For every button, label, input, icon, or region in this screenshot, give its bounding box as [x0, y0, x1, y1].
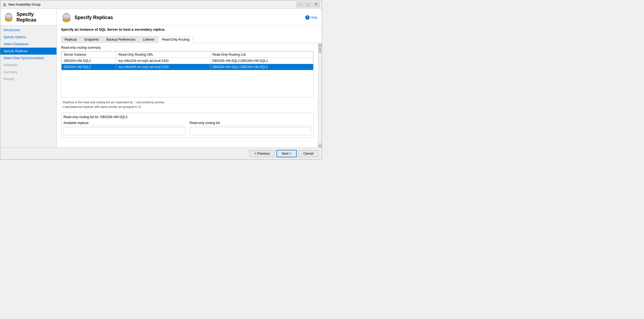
window-title: New Availability Group	[8, 3, 296, 6]
col-routing-list: Read-Only Routing List	[210, 52, 313, 58]
bottom-bar: < Previous Next > Cancel	[0, 147, 322, 159]
tab-listener[interactable]: Listener	[139, 36, 158, 43]
cell-server-instance-1: DBS204-VM-SQL1	[62, 58, 116, 64]
svg-point-7	[63, 14, 70, 18]
routing-list-col: Read-only routing list	[190, 121, 312, 135]
tab-endpoints[interactable]: Endpoints	[81, 36, 102, 43]
nav-item-introduction[interactable]: Introduction	[0, 27, 56, 34]
routing-summary-label: Read-only routing summary	[61, 46, 314, 49]
notes-area: - Replicas in the read-only routing list…	[61, 100, 314, 109]
tab-read-only-routing[interactable]: Read-Only Routing	[158, 36, 193, 43]
nav-item-select-databases[interactable]: Select Databases	[0, 41, 56, 48]
routing-table-wrapper: Server Instance Read-Only Routing URL Re…	[61, 51, 314, 97]
app-icon	[2, 2, 7, 7]
header-icon	[3, 12, 14, 23]
description-area: Specify an instance of SQL Server to hos…	[57, 25, 322, 34]
tabs-area: Replicas Endpoints Backup Preferences Li…	[57, 34, 322, 43]
nav-item-validation: Validation	[0, 62, 56, 69]
tab-content-area: Read-only routing summary Server Instanc…	[57, 43, 322, 147]
note-1: - Replicas in the read-only routing list…	[61, 100, 314, 105]
main-window: New Availability Group ─ □ ✕	[0, 0, 322, 160]
nav-item-results: Results	[0, 76, 56, 83]
routing-list-col-header: Read-only routing list	[190, 121, 312, 126]
help-icon: ?	[305, 15, 310, 20]
available-replicas-list[interactable]	[63, 127, 185, 135]
help-link[interactable]: ? Help	[305, 15, 317, 20]
description-text: Specify an instance of SQL Server to hos…	[61, 27, 317, 31]
tab-backup-preferences[interactable]: Backup Preferences	[103, 36, 139, 43]
table-row[interactable]: DBS204-VM-SQL2 tcp://dbs204-vm-sql2.ad.l…	[62, 64, 313, 70]
left-panel: Specify Replicas Introduction Specify Op…	[0, 9, 57, 147]
col-server-instance: Server Instance	[62, 52, 116, 58]
routing-list-label: Read-only routing list for: DBS204-VM-SQ…	[63, 115, 311, 119]
nav-item-select-data-sync[interactable]: Select Data Synchronization	[0, 55, 56, 62]
maximize-button[interactable]: □	[305, 2, 312, 7]
svg-point-4	[5, 13, 12, 17]
window-controls: ─ □ ✕	[296, 2, 320, 7]
nav-item-specify-options[interactable]: Specify Options	[0, 34, 56, 41]
available-replicas-col: Available replicas	[63, 121, 185, 135]
cell-server-instance-2: DBS204-VM-SQL2	[62, 64, 116, 70]
nav-item-summary: Summary	[0, 69, 56, 76]
window-body: Specify Replicas Introduction Specify Op…	[0, 9, 322, 159]
tab-bar: Replicas Endpoints Backup Preferences Li…	[61, 36, 317, 43]
title-bar: New Availability Group ─ □ ✕	[0, 0, 322, 9]
routing-list-section: Read-only routing list for: DBS204-VM-SQ…	[61, 113, 314, 138]
nav-item-specify-replicas[interactable]: Specify Replicas	[0, 48, 56, 55]
scroll-thumb[interactable]	[319, 47, 321, 53]
cell-routing-list-2: DBS204-VM-SQL1,DBS204-VM-SQL2	[210, 64, 313, 70]
tab-content: Read-only routing summary Server Instanc…	[57, 43, 318, 147]
cell-routing-list-1: DBS204-VM-SQL2,DBS204-VM-SQL1	[210, 58, 313, 64]
header-icon-right	[61, 12, 72, 23]
routing-columns: Available replicas Read-only routing lis…	[63, 121, 311, 135]
routing-table: Server Instance Read-Only Routing URL Re…	[61, 51, 313, 97]
routing-list-entries[interactable]	[190, 127, 312, 135]
table-row-empty	[62, 70, 313, 97]
close-button[interactable]: ✕	[313, 2, 320, 7]
available-replicas-header: Available replicas	[63, 121, 185, 126]
minimize-button[interactable]: ─	[296, 2, 303, 7]
right-header: Specify Replicas ? Help	[57, 9, 322, 25]
page-title: Specify Replicas	[16, 12, 53, 23]
vertical-scrollbar[interactable]: ▲ ▼	[318, 43, 322, 147]
previous-button[interactable]: < Previous	[249, 150, 275, 157]
next-button[interactable]: Next >	[277, 150, 297, 157]
scroll-down-arrow[interactable]: ▼	[318, 144, 322, 147]
cell-routing-url-1: tcp://dbs204-vm-sql1.ad.local:1433	[116, 58, 210, 64]
cancel-button[interactable]: Cancel	[298, 150, 319, 157]
scroll-up-arrow[interactable]: ▲	[318, 43, 322, 47]
table-row[interactable]: DBS204-VM-SQL1 tcp://dbs204-vm-sql1.ad.l…	[62, 58, 313, 64]
note-2: - Load-balanced replicas with same prior…	[61, 105, 314, 109]
right-header-title: Specify Replicas	[75, 15, 113, 20]
col-routing-url: Read-Only Routing URL	[116, 52, 210, 58]
tab-replicas[interactable]: Replicas	[61, 36, 80, 43]
svg-point-1	[3, 4, 6, 5]
cell-routing-url-2: tcp://dbs204-vm-sql2.ad.local:1433	[116, 64, 210, 70]
nav-items: Introduction Specify Options Select Data…	[0, 26, 56, 83]
right-panel: Specify Replicas ? Help Specify an insta…	[57, 9, 322, 147]
